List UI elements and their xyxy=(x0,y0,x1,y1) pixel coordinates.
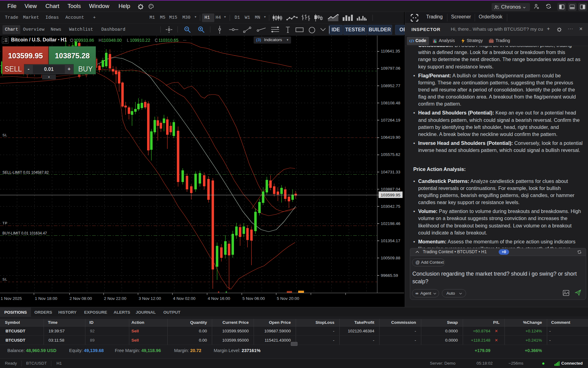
svg-text:106419.90: 106419.90 xyxy=(381,135,400,140)
svg-text:5 Nov 20:00: 5 Nov 20:00 xyxy=(277,296,299,301)
svg-text:1: 1 xyxy=(3,38,4,40)
svg-text:2: 2 xyxy=(3,41,4,43)
svg-text:104731.33: 104731.33 xyxy=(381,170,400,174)
svg-text:105575.62: 105575.62 xyxy=(381,152,400,157)
svg-text:103599.95: 103599.95 xyxy=(381,193,400,197)
svg-text:101354.17: 101354.17 xyxy=(381,238,400,243)
svg-text:108108.48: 108108.48 xyxy=(381,101,400,105)
svg-text:100509.88: 100509.88 xyxy=(381,256,400,260)
svg-text:2 Nov 22:00: 2 Nov 22:00 xyxy=(104,296,127,301)
svg-text:108952.77: 108952.77 xyxy=(381,83,400,88)
svg-text:103042.75: 103042.75 xyxy=(381,204,400,209)
svg-text:4 Nov 16:00: 4 Nov 16:00 xyxy=(208,296,230,301)
svg-text:2 Nov 08:00: 2 Nov 08:00 xyxy=(70,296,92,301)
svg-text:109797.06: 109797.06 xyxy=(381,66,400,71)
svg-text:1 Nov 2025: 1 Nov 2025 xyxy=(1,296,22,301)
svg-text:110641.35: 110641.35 xyxy=(381,49,400,53)
svg-text:107264.19: 107264.19 xyxy=(381,118,400,122)
svg-text:103887.04: 103887.04 xyxy=(381,187,400,192)
svg-text:102198.46: 102198.46 xyxy=(381,221,400,226)
svg-text:99665.59: 99665.59 xyxy=(381,273,398,278)
svg-text:1 Nov 18:00: 1 Nov 18:00 xyxy=(35,296,57,301)
svg-text:4 Nov 02:00: 4 Nov 02:00 xyxy=(173,296,196,301)
svg-text:3 Nov 12:00: 3 Nov 12:00 xyxy=(139,296,161,301)
svg-text:5 Nov 06:00: 5 Nov 06:00 xyxy=(243,296,265,301)
